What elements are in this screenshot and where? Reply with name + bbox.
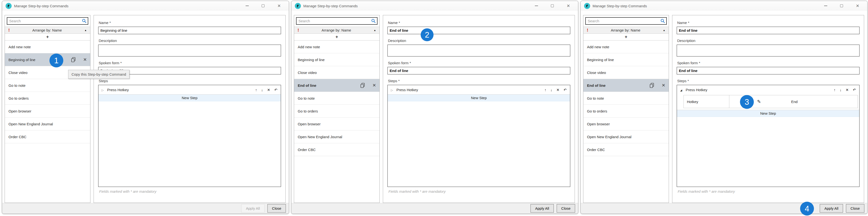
close-window-button[interactable]: ✕ [855, 3, 860, 8]
search-input[interactable] [7, 17, 88, 25]
spoken-form-label: Spoken form * [99, 60, 281, 65]
delete-step-icon[interactable] [556, 88, 560, 92]
list-item[interactable]: Go to note [294, 92, 379, 105]
arrange-by-header[interactable]: ! Arrange by: Name ▲ [294, 27, 379, 34]
list-item[interactable]: Beginning of line✕ [5, 53, 90, 66]
new-step-button[interactable]: New Step [388, 94, 570, 101]
description-input[interactable] [388, 44, 570, 57]
list-item[interactable]: Open browser [5, 105, 90, 118]
copy-command-icon[interactable] [360, 83, 365, 88]
close-button[interactable]: Close [846, 204, 864, 213]
list-item[interactable]: Go to orders [294, 105, 379, 118]
spoken-form-input[interactable] [388, 67, 570, 74]
move-down-icon[interactable] [840, 88, 842, 92]
search-icon[interactable] [82, 19, 87, 24]
edit-hotkey-icon[interactable]: ✎ [757, 99, 761, 104]
apply-all-button[interactable]: Apply All [530, 204, 554, 213]
list-item[interactable]: Close video [583, 66, 669, 79]
list-item[interactable]: Open New England Journal [583, 130, 669, 143]
description-input[interactable] [677, 44, 860, 57]
annotation-badge-3: 3 [740, 95, 754, 109]
close-button[interactable]: Close [557, 204, 575, 213]
description-input[interactable] [98, 44, 281, 57]
step-row-press-hotkey[interactable]: Press Hotkey [677, 85, 859, 94]
minimize-button[interactable] [823, 3, 828, 8]
list-item[interactable]: Add new note [294, 40, 379, 53]
name-input[interactable] [677, 27, 860, 34]
arrange-by-header[interactable]: ! Arrange by: Name ▲ [5, 27, 90, 34]
expander-collapsed-icon[interactable] [391, 88, 395, 92]
undo-step-icon[interactable] [853, 88, 856, 92]
move-up-icon[interactable] [545, 88, 547, 92]
delete-command-icon[interactable]: ✕ [83, 57, 87, 62]
list-item[interactable]: Order CBC [294, 143, 379, 156]
search-input[interactable] [296, 17, 377, 25]
list-item[interactable]: Open browser [583, 118, 669, 130]
close-button[interactable]: Close [268, 204, 286, 213]
maximize-button[interactable] [261, 3, 266, 8]
move-down-icon[interactable] [261, 88, 263, 92]
add-command-button[interactable]: + [5, 34, 90, 40]
list-item[interactable]: Beginning of line [583, 53, 669, 66]
expander-collapsed-icon[interactable] [101, 88, 105, 92]
titlebar[interactable]: Manage Step-by-step Commands ✕ [2, 1, 289, 11]
list-item-label: Go to note [298, 96, 376, 100]
list-item[interactable]: Close video [294, 66, 379, 79]
delete-step-icon[interactable] [846, 88, 849, 92]
new-step-button[interactable]: New Step [677, 110, 859, 117]
spoken-form-input[interactable] [677, 67, 860, 74]
list-item[interactable]: Beginning of line [294, 53, 379, 66]
list-item[interactable]: Open browser [294, 118, 379, 130]
list-item[interactable]: Add new note [583, 40, 669, 53]
delete-command-icon[interactable]: ✕ [372, 83, 376, 88]
expander-expanded-icon[interactable] [680, 88, 684, 92]
add-command-button[interactable]: + [583, 34, 669, 40]
list-item[interactable]: Open New England Journal [5, 118, 90, 130]
name-input[interactable] [388, 27, 570, 34]
list-item[interactable]: Go to orders [583, 105, 669, 118]
list-item[interactable]: Go to note [5, 79, 90, 92]
list-item-label: Go to orders [587, 109, 665, 113]
move-down-icon[interactable] [550, 88, 552, 92]
list-item[interactable]: Order CBC [583, 143, 669, 156]
minimize-button[interactable] [534, 3, 539, 8]
search-input[interactable] [585, 17, 667, 25]
step-row-press-hotkey[interactable]: Press Hotkey [388, 85, 570, 94]
delete-command-icon[interactable]: ✕ [662, 83, 665, 88]
undo-step-icon[interactable] [563, 88, 567, 92]
move-up-icon[interactable] [834, 88, 836, 92]
name-input[interactable] [98, 27, 281, 34]
copy-command-icon[interactable] [71, 57, 76, 63]
maximize-button[interactable] [839, 3, 844, 8]
dialog-footer: Apply All Close [291, 203, 578, 214]
titlebar[interactable]: Manage Step-by-step Commands ✕ [581, 1, 867, 11]
list-item[interactable]: End of line✕ [294, 79, 379, 92]
minimize-button[interactable] [245, 3, 249, 8]
list-item[interactable]: Add new note [5, 40, 90, 53]
list-item[interactable]: Open New England Journal [294, 130, 379, 143]
copy-command-icon[interactable] [649, 83, 654, 88]
close-window-button[interactable]: ✕ [277, 3, 281, 8]
list-item[interactable]: Go to orders [5, 92, 90, 105]
copy-tooltip: Copy this Step-by-step Command [68, 70, 129, 79]
apply-all-button[interactable]: Apply All [820, 204, 843, 213]
arrange-by-header[interactable]: ! Arrange by: Name ▲ [583, 27, 669, 34]
window-controls: ✕ [534, 3, 578, 8]
step-row-press-hotkey[interactable]: Press Hotkey [98, 85, 281, 94]
search-icon[interactable] [660, 19, 665, 24]
list-item-label: End of line [298, 83, 360, 88]
list-item[interactable]: Order CBC [5, 130, 90, 143]
annotation-badge-4: 4 [800, 202, 814, 216]
search-icon[interactable] [371, 19, 376, 24]
new-step-button[interactable]: New Step [98, 94, 281, 101]
undo-step-icon[interactable] [274, 88, 277, 92]
apply-all-button[interactable]: Apply All [241, 204, 265, 213]
delete-step-icon[interactable] [267, 88, 270, 92]
list-item[interactable]: Go to note [583, 92, 669, 105]
move-up-icon[interactable] [255, 88, 257, 92]
maximize-button[interactable] [550, 3, 555, 8]
titlebar[interactable]: Manage Step-by-step Commands ✕ [291, 1, 578, 11]
list-item[interactable]: End of line✕ [583, 79, 669, 92]
add-command-button[interactable]: + [294, 34, 379, 40]
close-window-button[interactable]: ✕ [566, 3, 571, 8]
